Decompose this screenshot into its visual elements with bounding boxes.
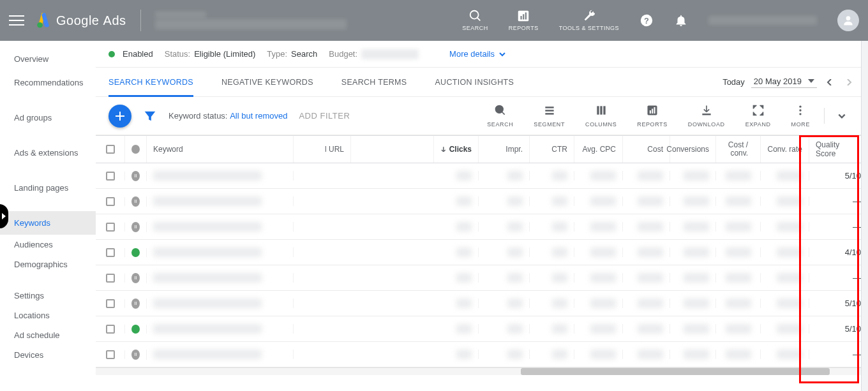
row-status[interactable] [125, 248, 147, 257]
row-quality-score: 5/10 [809, 299, 868, 308]
brand-logo[interactable]: Google Ads [36, 12, 126, 29]
row-avg-cpc [574, 247, 623, 257]
collapse-chart-icon[interactable] [828, 104, 855, 128]
date-range-picker[interactable]: Today 20 May 2019 [722, 76, 855, 89]
row-cost-conv [716, 299, 761, 308]
svg-point-25 [800, 113, 802, 115]
row-checkbox[interactable] [96, 172, 125, 181]
row-cost [623, 247, 670, 257]
tab-negative-keywords[interactable]: NEGATIVE KEYWORDS [221, 68, 313, 96]
header-status[interactable] [125, 136, 147, 163]
header-avg-cpc[interactable]: Avg. CPC [574, 136, 623, 163]
table-search-icon[interactable]: SEARCH [477, 104, 523, 128]
row-checkbox[interactable] [96, 223, 125, 232]
header-cost-conv[interactable]: Cost /conv. [716, 136, 761, 163]
nav-settings[interactable]: Settings [0, 286, 96, 306]
row-status[interactable]: II [125, 350, 147, 360]
row-ctr [530, 324, 574, 334]
help-icon[interactable]: ? [640, 13, 654, 27]
keyword-status-chip[interactable]: Keyword status: All but removed [168, 111, 287, 121]
row-clicks [434, 273, 479, 283]
filter-icon[interactable] [143, 109, 157, 123]
row-checkbox[interactable] [96, 325, 125, 334]
table-row[interactable]: II— [96, 189, 868, 214]
nav-demographics[interactable]: Demographics [0, 255, 96, 274]
row-checkbox[interactable] [96, 248, 125, 257]
nav-ads-extensions[interactable]: Ads & extensions [0, 141, 96, 165]
header-cost[interactable]: Cost [623, 136, 670, 163]
header-url[interactable]: l URL [294, 136, 351, 163]
header-impr[interactable]: Impr. [479, 136, 530, 163]
svg-point-0 [37, 22, 43, 28]
nav-locations[interactable]: Locations [0, 306, 96, 325]
header-conv-rate[interactable]: Conv. rate [761, 136, 809, 163]
segment-icon[interactable]: SEGMENT [523, 104, 575, 128]
table-row[interactable]: II— [96, 214, 868, 240]
nav-audiences[interactable]: Audiences [0, 235, 96, 255]
tab-search-terms[interactable]: SEARCH TERMS [341, 68, 407, 96]
header-search-icon[interactable]: SEARCH [462, 9, 488, 32]
row-checkbox[interactable] [96, 350, 125, 359]
nav-recommendations[interactable]: Recommendations [0, 71, 96, 94]
user-avatar[interactable] [837, 10, 859, 31]
menu-icon[interactable] [9, 13, 24, 28]
row-checkbox[interactable] [96, 197, 125, 206]
table-row[interactable]: 5/10 [96, 316, 868, 342]
row-impr [479, 222, 530, 232]
account-email[interactable] [708, 16, 817, 25]
row-cost-conv [716, 350, 761, 359]
add-filter-button[interactable]: ADD FILTER [299, 111, 350, 121]
row-keyword [147, 273, 294, 283]
download-icon[interactable]: DOWNLOAD [678, 104, 735, 128]
add-keyword-button[interactable] [108, 105, 131, 128]
table-reports-icon[interactable]: REPORTS [627, 104, 678, 128]
svg-line-11 [502, 112, 504, 115]
nav-ad-schedule[interactable]: Ad schedule [0, 325, 96, 345]
header-reports-icon[interactable]: REPORTS [509, 9, 539, 32]
header-quality-score[interactable]: Quality Score [809, 136, 868, 163]
row-conv-rate [761, 324, 809, 334]
table-row[interactable]: II— [96, 342, 868, 367]
nav-keywords[interactable]: Keywords [0, 211, 96, 235]
svg-point-9 [846, 16, 851, 20]
campaign-info-bar: Enabled Status:Eligible (Limited) Type:S… [96, 41, 868, 68]
date-prev-icon[interactable] [823, 76, 836, 89]
header-keyword[interactable]: Keyword [147, 136, 294, 163]
expand-icon[interactable]: EXPAND [735, 104, 781, 128]
notifications-icon[interactable] [674, 13, 688, 27]
row-conv-rate [761, 247, 809, 257]
date-next-icon[interactable] [842, 76, 855, 89]
nav-overview[interactable]: Overview [0, 47, 96, 71]
row-status[interactable]: II [125, 196, 147, 207]
table-row[interactable]: 4/10 [96, 240, 868, 265]
table-row[interactable]: II5/10 [96, 163, 868, 189]
account-selector[interactable] [155, 11, 347, 29]
row-checkbox[interactable] [96, 299, 125, 308]
tab-search-keywords[interactable]: SEARCH KEYWORDS [108, 68, 193, 96]
more-details-link[interactable]: More details [449, 49, 506, 59]
table-row[interactable]: II— [96, 265, 868, 291]
tab-auction-insights[interactable]: AUCTION INSIGHTS [435, 68, 514, 96]
row-status[interactable] [125, 325, 147, 334]
nav-landing-pages[interactable]: Landing pages [0, 176, 96, 200]
row-checkbox[interactable] [96, 274, 125, 283]
columns-icon[interactable]: COLUMNS [575, 104, 627, 128]
row-status[interactable]: II [125, 222, 147, 232]
header-conversions[interactable]: Conversions [670, 136, 716, 163]
table-row[interactable]: II5/10 [96, 291, 868, 316]
horizontal-scrollbar[interactable] [96, 367, 868, 375]
row-status[interactable]: II [125, 273, 147, 283]
row-quality-score: — [809, 273, 868, 283]
nav-devices[interactable]: Devices [0, 345, 96, 365]
header-checkbox[interactable] [96, 136, 125, 163]
header-ctr[interactable]: CTR [530, 136, 574, 163]
header-clicks[interactable]: Clicks [434, 136, 479, 163]
row-conversions [670, 273, 716, 283]
nav-ad-groups[interactable]: Ad groups [0, 106, 96, 129]
more-icon[interactable]: MORE [781, 104, 820, 128]
row-status[interactable]: II [125, 299, 147, 309]
row-keyword [147, 324, 294, 334]
status-enabled[interactable]: Enabled [108, 49, 153, 59]
row-status[interactable]: II [125, 171, 147, 181]
header-tools-icon[interactable]: TOOLS & SETTINGS [559, 9, 619, 32]
